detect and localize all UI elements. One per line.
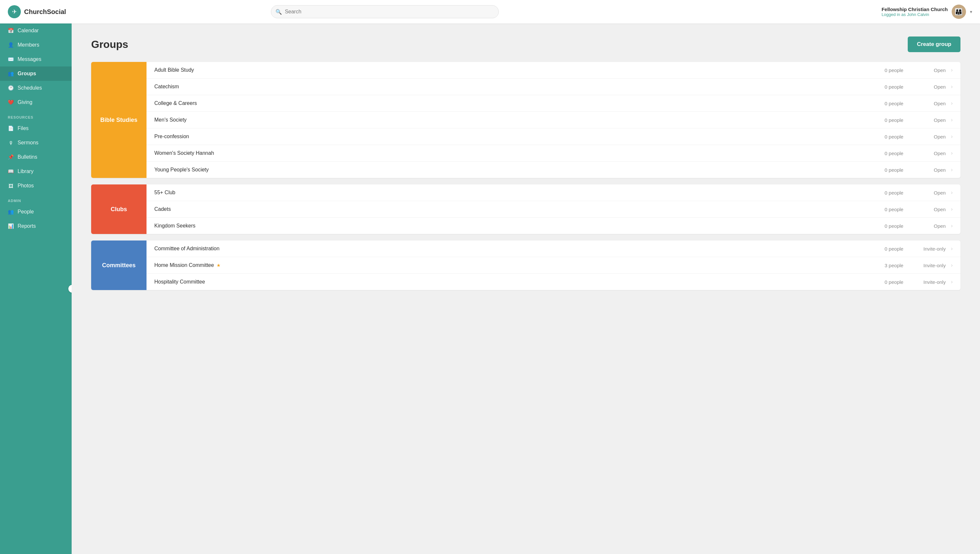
row-people-count: 0 people [861,150,904,156]
row-name: Adult Bible Study [154,67,861,73]
sidebar-item-giving[interactable]: ❤️ Giving [0,95,72,110]
chevron-right-icon: › [951,101,953,106]
row-status: Invite-only [904,246,946,252]
library-icon: 📖 [8,168,14,174]
sidebar-item-bulletins[interactable]: 📌 Bulletins [0,150,72,164]
table-row[interactable]: Pre-confession0 peopleOpen› [146,128,961,145]
table-row[interactable]: Catechism0 peopleOpen› [146,78,961,95]
row-people-count: 0 people [861,207,904,212]
sidebar-item-reports[interactable]: 📊 Reports [0,219,72,233]
group-label-clubs: Clubs [91,184,146,234]
sidebar: ‹ 📅 Calendar 👤 Members ✉️ Messages 👥 Gro… [0,24,72,554]
resources-section-label: Resources [0,110,72,121]
sidebar-item-files[interactable]: 📄 Files [0,121,72,136]
row-name: Men's Society [154,117,861,123]
row-people-count: 0 people [861,167,904,173]
admin-section-label: Admin [0,193,72,204]
groups-container: Bible StudiesAdult Bible Study0 peopleOp… [91,62,961,290]
row-name: Cadets [154,206,861,212]
sidebar-item-sermons[interactable]: 🎙 Sermons [0,136,72,150]
chevron-right-icon: › [951,206,953,212]
row-people-count: 0 people [861,279,904,285]
row-name: Young People's Society [154,167,861,173]
sidebar-item-library[interactable]: 📖 Library [0,164,72,179]
sidebar-item-members[interactable]: 👤 Members [0,38,72,52]
photos-icon: 🖼 [8,183,14,189]
chevron-right-icon: › [951,246,953,252]
table-row[interactable]: Women's Society Hannah0 peopleOpen› [146,145,961,162]
row-people-count: 0 people [861,117,904,123]
chevron-right-icon: › [951,150,953,156]
row-name: Catechism [154,84,861,89]
table-row[interactable]: Men's Society0 peopleOpen› [146,112,961,128]
row-name: College & Careers [154,101,861,106]
row-name: Kingdom Seekers [154,223,861,229]
sidebar-item-label: People [18,209,34,215]
sidebar-item-schedules[interactable]: 🕐 Schedules [0,81,72,95]
group-section-bible-studies: Bible StudiesAdult Bible Study0 peopleOp… [91,62,961,178]
page-title: Groups [91,38,128,51]
sermons-icon: 🎙 [8,140,14,146]
row-name: 55+ Club [154,190,861,196]
table-row[interactable]: Committee of Administration0 peopleInvit… [146,241,961,257]
schedules-icon: 🕐 [8,85,14,91]
star-icon: ★ [216,263,221,268]
sidebar-item-label: Messages [18,56,41,62]
table-row[interactable]: College & Careers0 peopleOpen› [146,95,961,112]
chevron-right-icon: › [951,134,953,139]
sidebar-item-label: Files [18,126,29,131]
sidebar-item-messages[interactable]: ✉️ Messages [0,52,72,67]
sidebar-item-label: Schedules [18,85,42,91]
bulletins-icon: 📌 [8,154,14,160]
sidebar-item-label: Groups [18,71,36,77]
row-status: Open [904,167,946,173]
search-input[interactable] [271,5,499,18]
reports-icon: 📊 [8,223,14,229]
table-row[interactable]: Adult Bible Study0 peopleOpen› [146,62,961,78]
row-people-count: 0 people [861,190,904,196]
logo-text: ChurchSocial [24,8,66,16]
row-people-count: 0 people [861,84,904,89]
row-people-count: 0 people [861,101,904,106]
logo-area: ✈ ChurchSocial [8,5,80,18]
row-status: Open [904,150,946,156]
chevron-right-icon: › [951,190,953,196]
sidebar-item-label: Giving [18,99,32,105]
header: ✈ ChurchSocial 🔍 Fellowship Christian Ch… [0,0,980,24]
group-section-clubs: Clubs55+ Club0 peopleOpen›Cadets0 people… [91,184,961,234]
app-body: ‹ 📅 Calendar 👤 Members ✉️ Messages 👥 Gro… [0,24,980,554]
files-icon: 📄 [8,126,14,131]
sidebar-item-label: Reports [18,223,36,229]
sidebar-item-label: Sermons [18,140,38,146]
sidebar-item-people[interactable]: 👥 People [0,204,72,219]
table-row[interactable]: Home Mission Committee★3 peopleInvite-on… [146,257,961,274]
church-name: Fellowship Christian Church [882,6,948,12]
header-right: Fellowship Christian Church Logged in as… [882,5,972,19]
group-rows-clubs: 55+ Club0 peopleOpen›Cadets0 peopleOpen›… [146,184,961,234]
table-row[interactable]: 55+ Club0 peopleOpen› [146,184,961,201]
group-rows-bible-studies: Adult Bible Study0 peopleOpen›Catechism0… [146,62,961,178]
sidebar-item-photos[interactable]: 🖼 Photos [0,179,72,193]
group-section-committees: CommitteesCommittee of Administration0 p… [91,241,961,290]
row-name: Home Mission Committee★ [154,262,861,268]
sidebar-item-label: Members [18,42,40,48]
row-people-count: 3 people [861,263,904,268]
chevron-right-icon: › [951,223,953,229]
row-status: Open [904,67,946,73]
avatar[interactable]: 👨‍👩‍👧 [952,5,966,19]
sidebar-item-groups[interactable]: 👥 Groups [0,67,72,81]
sidebar-collapse-button[interactable]: ‹ [68,285,72,293]
main-content: Groups Create group Bible StudiesAdult B… [72,24,980,554]
table-row[interactable]: Young People's Society0 peopleOpen› [146,162,961,178]
chevron-right-icon: › [951,67,953,73]
sidebar-item-calendar[interactable]: 📅 Calendar [0,24,72,38]
create-group-button[interactable]: Create group [908,37,961,52]
row-status: Open [904,84,946,89]
dropdown-arrow-icon[interactable]: ▾ [970,9,972,14]
table-row[interactable]: Hospitality Committee0 peopleInvite-only… [146,274,961,290]
table-row[interactable]: Kingdom Seekers0 peopleOpen› [146,218,961,234]
table-row[interactable]: Cadets0 peopleOpen› [146,201,961,218]
row-status: Invite-only [904,279,946,285]
row-status: Open [904,223,946,229]
row-status: Invite-only [904,263,946,268]
